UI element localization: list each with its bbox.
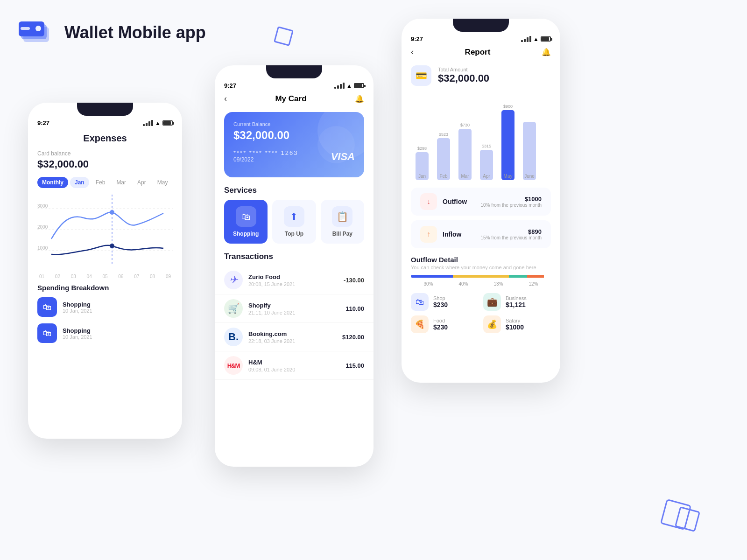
progress-bar [411,275,551,278]
status-icons: ▲ [143,120,173,126]
cat-shop: 🛍 Shop $230 [411,293,479,311]
svg-point-13 [110,244,114,248]
status-time: 9:27 [37,119,49,126]
inflow-right: $890 15% from the previous month [480,228,542,240]
tab-monthly[interactable]: Monthly [37,177,68,188]
svg-text:$730: $730 [460,123,470,127]
svg-rect-20 [458,129,472,180]
cat-food-name: Food [433,318,448,323]
svg-rect-26 [501,110,514,180]
card-amount: $32,000.00 [233,129,355,142]
report-bell-icon[interactable]: 🔔 [542,48,551,56]
progress-label-3: 12% [529,281,538,287]
bell-icon[interactable]: 🔔 [355,94,364,103]
tab-jan[interactable]: Jan [70,177,89,188]
phone3-status-icons: ▲ [521,36,551,42]
total-value: $32,000.00 [438,72,489,84]
phone2-navbar: ‹ My Card 🔔 [215,91,374,106]
service-shopping[interactable]: 🛍 Shopping [224,200,268,244]
booking-info: Booking.com 22:18, 03 June 2021 [248,330,337,344]
x-04: 04 [87,274,92,279]
cat-salary-icon: 💰 [483,315,501,333]
svg-text:May: May [504,174,513,179]
card-numbers-side: **** **** **** 1263 09/2022 [233,149,298,163]
card-bottom: **** **** **** 1263 09/2022 VISA [233,149,355,163]
card-balance-value: $32,000.00 [37,158,173,170]
phone2-status-bar: 9:27 ▲ [215,78,374,91]
breakdown-info-2: Shopping 10 Jan, 2021 [63,327,92,340]
shopify-info: Shopify 21:11, 10 June 2021 [248,302,340,315]
phone3-navbar: ‹ Report 🔔 [402,44,560,60]
tab-apr[interactable]: Apr [133,177,151,188]
svg-rect-3 [21,27,30,30]
month-tabs: Monthly Jan Feb Mar Apr May [37,177,173,188]
x-labels: 01 02 03 04 05 06 07 08 09 [37,274,173,279]
phone2-notch [266,65,322,78]
breakdown-item-1: 🛍 Shopping 10 Jan, 2021 [37,297,173,317]
cat-salary-value: $1000 [506,323,524,331]
total-wallet-icon: 💳 [411,65,431,86]
progress-label-0: 30% [423,281,433,287]
cat-business-icon: 💼 [483,293,501,311]
bar-chart: $298 Jan $523 Feb $730 Mar $315 Apr $900… [402,96,560,180]
logo-icon [19,19,56,47]
progress-salary [527,275,544,278]
report-title: Report [414,48,542,57]
outflow-item: ↓ Outflow $1000 10% from the previous mo… [411,188,551,216]
cat-shop-icon: 🛍 [411,293,429,311]
svg-text:3000: 3000 [37,203,48,209]
inflow-item: ↑ Inflow $890 15% from the previous mont… [411,220,551,248]
zurio-info: Zurio Food 20:08, 15 June 2021 [248,273,338,287]
progress-business [453,275,509,278]
service-shopping-label: Shopping [233,231,259,237]
battery-icon [162,120,173,126]
billpay-service-icon: 📋 [332,206,352,227]
service-billpay-label: Bill Pay [332,231,352,237]
outflow-label: Outflow [443,198,475,205]
svg-point-4 [35,26,41,31]
cat-food: 🍕 Food $230 [411,315,479,333]
tab-may[interactable]: May [153,177,173,188]
breakdown-item-2: 🛍 Shopping 10 Jan, 2021 [37,323,173,343]
txn-hm: H&M H&M 09:08, 01 June 2020 115.00 [215,351,374,380]
inflow-label: Inflow [443,231,475,238]
cat-business-name: Business [506,295,527,301]
svg-text:$523: $523 [439,132,448,137]
svg-point-12 [110,210,114,215]
shopify-date: 21:11, 10 June 2021 [248,310,340,315]
svg-text:2000: 2000 [37,224,48,230]
cat-salary: 💰 Salary $1000 [483,315,551,333]
svg-text:Apr: Apr [483,174,490,179]
cat-salary-info: Salary $1000 [506,318,524,331]
zurio-amount: -130.00 [344,277,364,284]
zurio-name: Zurio Food [248,273,338,280]
x-09: 09 [166,274,171,279]
zurio-date: 20:08, 15 June 2021 [248,281,338,287]
cat-shop-name: Shop [433,295,448,301]
phone2-time: 9:27 [224,82,236,89]
svg-rect-29 [523,122,536,180]
phone1-content: Card balance $32,000.00 Monthly Jan Feb … [28,150,182,343]
shopify-name: Shopify [248,302,340,309]
total-amount-info: Total Amount $32,000.00 [438,67,489,84]
svg-text:$315: $315 [482,144,491,148]
inflow-sub: 15% from the previous month [480,235,542,240]
booking-name: Booking.com [248,330,337,337]
spending-breakdown-title: Spending Breakdown [37,284,173,292]
tab-feb[interactable]: Feb [91,177,110,188]
svg-text:June: June [524,174,535,179]
phone3-signal [521,36,531,42]
phone-mycard: 9:27 ▲ ‹ My Card 🔔 Current Balance $32,0… [215,65,374,467]
service-billpay[interactable]: 📋 Bill Pay [321,200,364,244]
svg-text:Feb: Feb [439,174,448,179]
progress-label-1: 40% [458,281,468,287]
svg-text:$298: $298 [417,146,427,151]
breakdown-name-2: Shopping [63,327,92,334]
hm-info: H&M 09:08, 01 June 2020 [248,359,340,372]
line-chart: 3000 2000 1000 [37,195,173,269]
service-topup[interactable]: ⬆ Top Up [272,200,316,244]
x-01: 01 [39,274,44,279]
x-07: 07 [134,274,139,279]
tab-mar[interactable]: Mar [112,177,131,188]
hm-amount: 115.00 [345,362,364,369]
